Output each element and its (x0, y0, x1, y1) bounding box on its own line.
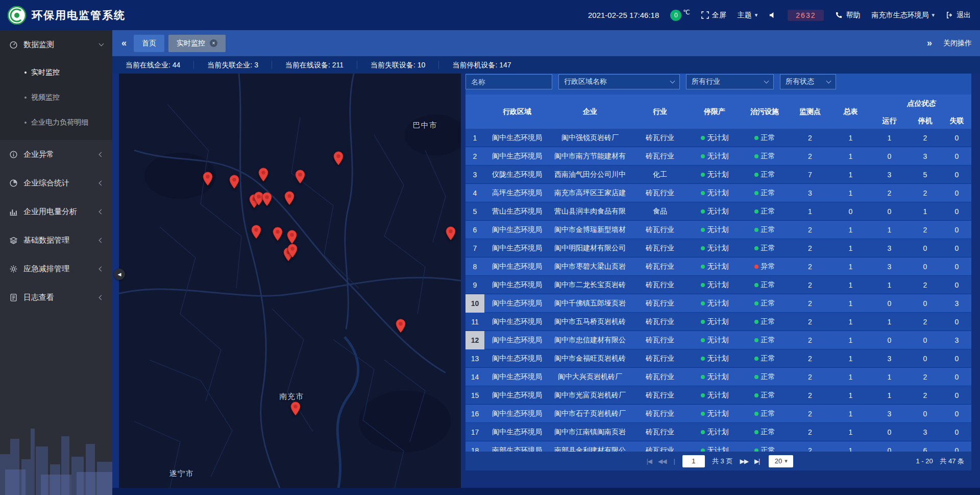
sidebar-subitem-0-1[interactable]: 视频监控 (0, 85, 112, 110)
industry-select[interactable]: 所有行业 (686, 74, 774, 89)
help-button[interactable]: 帮助 (835, 11, 860, 20)
sidebar-item-3[interactable]: 企业用电量分析 (0, 197, 112, 226)
fullscreen-button[interactable]: 全屏 (701, 11, 726, 20)
status-select[interactable]: 所有状态 (780, 74, 836, 89)
table-row[interactable]: 13阆中生态环境局阆中市金福旺页岩机砖砖瓦行业无计划正常21300 (465, 349, 971, 368)
page-size-select[interactable]: 20 ▾ (769, 455, 793, 467)
cell-limit-production: 无计划 (690, 294, 740, 313)
cell-company: 阆中强锐页岩砖厂 (550, 129, 630, 147)
cell-industry: 砖瓦行业 (630, 129, 690, 147)
table-row[interactable]: 10阆中生态环境局阆中千佛镇五郎垭页岩砖瓦行业无计划正常21003 (465, 294, 971, 313)
status-dot-green (754, 375, 758, 379)
table-row[interactable]: 3仪陇生态环境局西南油气田分公司川中化工无计划正常71350 (465, 166, 971, 184)
cell-region: 阆中生态环境局 (484, 129, 550, 147)
sidebar-subitem-0-2[interactable]: 企业电力负荷明细 (0, 110, 112, 135)
status-dot-green (754, 228, 758, 232)
tabs-scroll-left-button[interactable]: « (116, 38, 132, 49)
sidebar-subitem-label: 企业电力负荷明细 (31, 118, 88, 127)
sidebar-item-5[interactable]: 应急减排管理 (0, 254, 112, 283)
close-icon[interactable]: × (210, 39, 217, 47)
cell-stopped: 2 (908, 184, 942, 202)
theme-menu[interactable]: 主题 ▾ (738, 11, 758, 20)
tab-label: 实时监控 (177, 39, 205, 48)
map-canvas[interactable]: 巴中市南充市遂宁市 (119, 74, 461, 488)
next-page-button[interactable]: ▶▶ (740, 458, 748, 465)
table-row[interactable]: 16阆中生态环境局阆中市石子页岩机砖厂砖瓦行业无计划正常21300 (465, 405, 971, 423)
table-row[interactable]: 12阆中生态环境局阆中市忠信建材有限公砖瓦行业无计划正常21003 (465, 331, 971, 349)
cell-limit-production: 无计划 (690, 313, 740, 331)
sidebar-subitem-0-0[interactable]: 实时监控 (0, 60, 112, 85)
table-row[interactable]: 5营山生态环境局营山县润丰肉食品有限食品无计划正常10010 (465, 202, 971, 221)
cell-index: 7 (465, 239, 484, 257)
announcement-icon[interactable] (769, 11, 776, 19)
logout-label: 退出 (957, 11, 971, 20)
sidebar-item-label: 企业综合统计 (23, 178, 94, 188)
pie-icon (9, 179, 18, 187)
cell-running: 3 (871, 239, 908, 257)
table-row[interactable]: 2阆中生态环境局阆中市南方节能建材有砖瓦行业无计划正常21030 (465, 147, 971, 166)
sidebar-item-4[interactable]: 基础数据管理 (0, 226, 112, 254)
cell-monitor-points: 2 (790, 441, 830, 452)
table-row[interactable]: 6阆中生态环境局阆中市金博瑞新型墙材砖瓦行业无计划正常21120 (465, 221, 971, 239)
last-page-button[interactable]: ▶| (754, 458, 760, 465)
table-row[interactable]: 17阆中生态环境局阆中市江南镇阆南页岩砖瓦行业无计划正常21030 (465, 423, 971, 441)
alarm-count-badge[interactable]: 2632 (788, 10, 824, 21)
sidebar-item-0[interactable]: 数据监测 (0, 30, 112, 59)
cell-company: 阆中千佛镇五郎垭页岩 (550, 294, 630, 313)
cell-industry: 砖瓦行业 (630, 313, 690, 331)
cell-monitor-points: 2 (790, 257, 830, 276)
cell-pollution-facility: 正常 (740, 386, 790, 405)
table-row[interactable]: 7阆中生态环境局阆中明阳建材有限公司砖瓦行业无计划正常21300 (465, 239, 971, 257)
col-stopped: 停机 (908, 113, 942, 129)
filter-bar: 行政区域名称 所有行业 所有状态 (465, 74, 971, 90)
table-row[interactable]: 14阆中生态环境局阆中大兴页岩机砖厂砖瓦行业无计划正常21120 (465, 368, 971, 386)
sidebar-item-1[interactable]: 企业异常 (0, 140, 112, 169)
cell-running: 0 (871, 294, 908, 313)
fullscreen-icon (701, 11, 709, 19)
col-industry: 行业 (630, 95, 690, 129)
tab-label: 首页 (142, 39, 156, 48)
cell-disconnected: 0 (942, 313, 971, 331)
cell-running: 1 (871, 276, 908, 294)
bottom-strip (112, 488, 980, 495)
table-row[interactable]: 4高坪生态环境局南充市高坪区王家店建砖瓦行业无计划正常31220 (465, 184, 971, 202)
status-dot-green (754, 191, 758, 195)
table-row[interactable]: 11阆中生态环境局阆中市五马桥页岩机砖砖瓦行业无计划正常21120 (465, 313, 971, 331)
prev-page-button[interactable]: ◀◀ (658, 458, 666, 465)
status-dot-green (701, 246, 705, 250)
tab-1[interactable]: 实时监控× (168, 35, 226, 52)
col-region: 行政区域 (484, 95, 550, 129)
org-menu[interactable]: 南充市生态环境局 ▾ (871, 11, 935, 20)
cell-region: 高坪生态环境局 (484, 184, 550, 202)
table-row[interactable]: 1阆中生态环境局阆中强锐页岩砖厂砖瓦行业无计划正常21120 (465, 129, 971, 147)
stat-item-3: 当前失联设备: 10 (357, 61, 439, 69)
cell-total-meter: 1 (830, 257, 871, 276)
collapse-panel-button[interactable]: ◀ (114, 269, 125, 280)
stat-item-4: 当前停机设备: 147 (439, 61, 524, 69)
sidebar-item-6[interactable]: 日志查看 (0, 283, 112, 312)
map-panel[interactable]: 巴中市南充市遂宁市 ◀ (119, 74, 461, 488)
table-row[interactable]: 15阆中生态环境局阆中市光富页岩机砖厂砖瓦行业无计划正常21120 (465, 386, 971, 405)
cell-industry: 砖瓦行业 (630, 239, 690, 257)
logout-button[interactable]: 退出 (946, 11, 971, 20)
cell-pollution-facility: 正常 (740, 405, 790, 423)
tabs-scroll-right-button[interactable]: » (922, 38, 937, 49)
sidebar-item-2[interactable]: 企业综合统计 (0, 169, 112, 197)
region-select[interactable]: 行政区域名称 (558, 74, 680, 89)
cell-industry: 砖瓦行业 (630, 331, 690, 349)
tab-0[interactable]: 首页 (134, 35, 164, 52)
name-search-input[interactable] (465, 74, 552, 89)
cell-stopped: 2 (908, 368, 942, 386)
col-index (465, 95, 484, 129)
table-row[interactable]: 9阆中生态环境局阆中市二龙长宝页岩砖砖瓦行业无计划正常21120 (465, 276, 971, 294)
sidebar-item-label: 企业异常 (23, 150, 94, 159)
table-row[interactable]: 8阆中生态环境局阆中市枣碧大梁山页岩砖瓦行业无计划异常21300 (465, 257, 971, 276)
page-number-input[interactable] (682, 455, 705, 467)
first-page-button[interactable]: |◀ (647, 458, 652, 465)
cell-industry: 砖瓦行业 (630, 147, 690, 166)
status-dot-green (754, 246, 758, 250)
cell-company: 阆中市金博瑞新型墙材 (550, 221, 630, 239)
close-operations-button[interactable]: 关闭操作 (943, 39, 972, 48)
pagination-divider: | (674, 457, 675, 465)
table-row[interactable]: 18南部生态环境局南部县金利建材有限公砖瓦行业无计划正常21060 (465, 441, 971, 452)
